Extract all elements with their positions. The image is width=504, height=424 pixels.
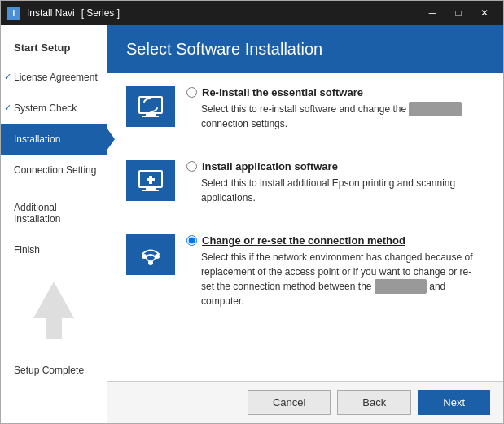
sidebar: Start Setup License Agreement System Che… [1,25,107,423]
footer-buttons: Cancel Back Next [248,390,490,415]
option-change-connection: Change or re-set the connection method S… [126,234,484,323]
content-footer: Cancel Back Next [107,381,503,423]
minimize-button[interactable]: ─ [420,5,445,21]
change-connection-radio[interactable] [186,235,197,246]
title-bar-left: i Install Navi [ Series ] [7,7,120,20]
down-arrow-icon [33,282,74,339]
reinstall-icon [126,86,175,127]
back-button[interactable]: Back [337,390,411,415]
change-connection-blurred-text: XXXXXXXX [375,279,427,294]
option-reinstall: Re-install the essential software Select… [126,86,484,146]
change-connection-description: Select this if the network environment h… [201,250,484,308]
reinstall-radio[interactable] [186,87,197,98]
sidebar-item-additional-installation[interactable]: Additional Installation [1,186,107,234]
change-connection-title[interactable]: Change or re-set the connection method [202,234,405,247]
svg-rect-6 [142,190,159,191]
main-content: Start Setup License Agreement System Che… [1,25,503,423]
sidebar-item-license-agreement[interactable]: License Agreement [1,62,107,93]
svg-rect-3 [142,116,159,117]
option-install-app: Install application software Select this… [126,160,484,220]
sidebar-item-system-check[interactable]: System Check [1,93,107,124]
cancel-button[interactable]: Cancel [248,390,331,415]
install-app-option-text: Install application software Select this… [186,160,484,205]
reinstall-title[interactable]: Re-install the essential software [202,86,363,98]
svg-line-13 [151,256,157,263]
install-app-icon [126,160,175,201]
title-bar: i Install Navi [ Series ] ─ □ ✕ [1,1,503,25]
maximize-button[interactable]: □ [446,5,471,21]
install-app-radio-label[interactable]: Install application software [186,160,484,173]
sidebar-item-connection-setting[interactable]: Connection Setting [1,155,107,186]
reinstall-blurred-text: XXXXXXXX [409,102,461,116]
content-body: Re-install the essential software Select… [107,73,503,381]
svg-line-12 [144,256,151,263]
page-title: Select Software Installation [126,40,484,59]
window-title: Install Navi [27,7,75,19]
close-button[interactable]: ✕ [472,5,497,21]
change-connection-option-text: Change or re-set the connection method S… [186,234,484,308]
reinstall-option-text: Re-install the essential software Select… [186,86,484,131]
reinstall-description: Select this to re-install software and c… [201,102,484,131]
next-button[interactable]: Next [418,390,490,415]
svg-rect-5 [146,187,156,190]
change-connection-icon [126,234,175,275]
svg-marker-0 [33,282,74,339]
sidebar-item-finish[interactable]: Finish [1,234,107,265]
change-connection-radio-label[interactable]: Change or re-set the connection method [186,234,484,247]
content-area: Select Software Installation [107,25,503,423]
install-app-title[interactable]: Install application software [202,160,338,173]
install-app-radio[interactable] [186,161,197,172]
content-header: Select Software Installation [107,25,503,73]
app-icon: i [7,7,20,20]
main-window: i Install Navi [ Series ] ─ □ ✕ Start Se… [0,0,504,424]
reinstall-radio-label[interactable]: Re-install the essential software [186,86,484,98]
sidebar-item-installation[interactable]: Installation [1,124,107,155]
sidebar-item-setup-complete[interactable]: Setup Complete [1,355,107,386]
install-app-description: Select this to install additional Epson … [201,176,484,205]
sidebar-item-start-setup[interactable]: Start Setup [1,33,107,62]
title-bar-controls: ─ □ ✕ [420,5,497,21]
svg-rect-2 [146,113,156,116]
progress-arrow [1,265,107,355]
svg-rect-8 [147,178,155,181]
window-subtitle: [ Series ] [81,7,120,19]
